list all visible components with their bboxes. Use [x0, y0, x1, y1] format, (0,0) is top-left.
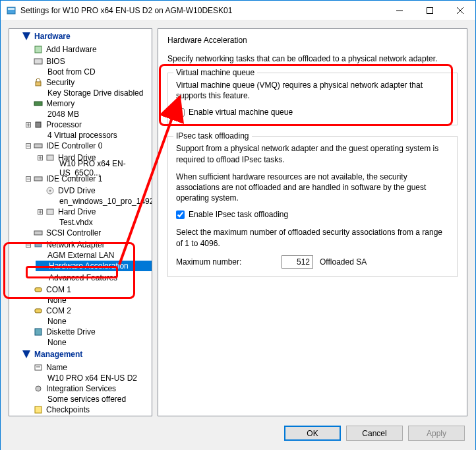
svg-rect-13 — [34, 177, 42, 181]
tree-security[interactable]: Security — [9, 77, 152, 88]
dvd-icon — [45, 185, 55, 196]
section-management[interactable]: Management — [9, 347, 152, 362]
tree-hardware-acceleration[interactable]: Hardware Acceleration — [9, 260, 152, 272]
tree-ide0[interactable]: ⊟IDE Controller 0 — [9, 140, 152, 152]
window-title: Settings for W10 PRO x64 EN-US D2 on AGM… — [20, 6, 384, 15]
svg-rect-18 — [35, 243, 42, 247]
vmq-enable-checkbox[interactable]: Enable virtual machine queue — [176, 108, 449, 117]
tree-network-adapter[interactable]: ⊟Network Adapter — [9, 239, 152, 251]
ok-button[interactable]: OK — [284, 426, 341, 441]
svg-point-24 — [36, 386, 41, 391]
vmq-group: Virtual machine queue Virtual machine qu… — [167, 73, 458, 125]
svg-rect-7 — [34, 59, 42, 64]
lock-icon — [33, 77, 44, 88]
memory-icon — [33, 98, 44, 109]
vmq-desc: Virtual machine queue (VMQ) requires a p… — [176, 80, 449, 101]
app-icon — [6, 5, 16, 16]
maximize-button[interactable] — [415, 1, 445, 20]
apply-button[interactable]: Apply — [408, 426, 465, 441]
network-icon — [33, 240, 44, 250]
svg-rect-16 — [47, 209, 53, 214]
vmq-checkbox-input[interactable] — [176, 108, 185, 117]
tag-icon — [33, 362, 44, 373]
controller-icon — [33, 141, 44, 151]
tree-diskette[interactable]: Diskette Drive — [9, 326, 152, 338]
svg-rect-20 — [35, 309, 42, 313]
ipsec-desc2: When sufficient hardware resources are n… — [176, 172, 449, 204]
svg-rect-19 — [35, 288, 42, 292]
svg-rect-3 — [427, 7, 433, 13]
ipsec-desc1: Support from a physical network adapter … — [176, 143, 449, 164]
collapse-icon[interactable]: ⊟ — [24, 141, 33, 150]
tree-scsi[interactable]: SCSI Controller — [9, 227, 152, 239]
max-number-input[interactable] — [282, 255, 313, 269]
tree-bios[interactable]: BIOS — [9, 55, 152, 67]
svg-rect-8 — [36, 82, 41, 86]
vmq-legend: Virtual machine queue — [173, 68, 257, 77]
ipsec-enable-checkbox[interactable]: Enable IPsec task offloading — [176, 210, 449, 219]
tree-integration[interactable]: Integration Services — [9, 383, 152, 395]
dialog-buttons: OK Cancel Apply — [1, 419, 475, 450]
disk-icon — [45, 152, 55, 163]
ipsec-range: Select the maximum number of offloaded s… — [176, 227, 449, 248]
titlebar: Settings for W10 PRO x64 EN-US D2 on AGM… — [1, 1, 475, 20]
ipsec-group: IPsec task offloading Support from a phy… — [167, 136, 458, 276]
tree-checkpoints[interactable]: Checkpoints — [9, 404, 152, 416]
svg-rect-9 — [34, 102, 42, 106]
tree-com2[interactable]: COM 2 — [9, 305, 152, 317]
tree-memory[interactable]: Memory — [9, 98, 152, 110]
floppy-icon — [33, 327, 44, 337]
cpu-icon — [33, 119, 44, 130]
svg-rect-17 — [34, 231, 42, 235]
svg-rect-10 — [36, 122, 41, 127]
tree-add-hardware[interactable]: Add Hardware — [9, 44, 152, 55]
close-button[interactable] — [445, 1, 475, 20]
ipsec-legend: IPsec task offloading — [173, 131, 252, 141]
max-number-label: Maximum number: — [176, 257, 275, 267]
checkpoint-icon — [33, 404, 44, 415]
ipsec-checkbox-input[interactable] — [176, 210, 185, 219]
gear-icon — [33, 383, 44, 394]
svg-rect-21 — [35, 329, 42, 335]
tree-ide1-dvd[interactable]: DVD Drive — [9, 185, 152, 197]
tree-name[interactable]: Name — [9, 362, 152, 373]
svg-rect-25 — [35, 406, 42, 413]
minimize-button[interactable] — [384, 1, 415, 20]
svg-rect-1 — [8, 8, 15, 10]
tree-ide1-hd[interactable]: ⊞Hard Drive — [9, 206, 152, 218]
page-title: Hardware Acceleration — [167, 36, 458, 45]
com-port-icon — [33, 284, 44, 295]
settings-window: Settings for W10 PRO x64 EN-US D2 on AGM… — [0, 0, 476, 450]
offloaded-sa-label: Offloaded SA — [320, 257, 367, 267]
svg-rect-22 — [35, 365, 42, 370]
svg-point-15 — [49, 190, 51, 192]
tree-processor[interactable]: ⊞Processor — [9, 119, 152, 131]
tree-com1[interactable]: COM 1 — [9, 284, 152, 296]
cancel-button[interactable]: Cancel — [346, 426, 403, 441]
intro-text: Specify networking tasks that can be off… — [167, 54, 458, 63]
section-hardware[interactable]: Hardware — [9, 29, 152, 44]
svg-rect-12 — [47, 155, 53, 160]
svg-rect-11 — [34, 144, 42, 148]
nav-tree[interactable]: Hardware Add Hardware BIOS Boot from CD … — [9, 28, 152, 416]
expand-icon[interactable]: ⊞ — [24, 120, 33, 129]
tree-advanced-features[interactable]: Advanced Features — [9, 272, 152, 284]
svg-rect-6 — [35, 46, 42, 53]
detail-pane: Hardware Acceleration Specify networking… — [158, 28, 467, 416]
